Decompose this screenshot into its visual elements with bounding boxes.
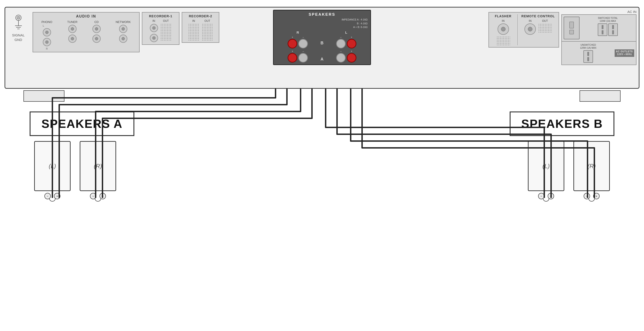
recorder1-out-label: OUT — [163, 19, 169, 22]
a-r-minus: − — [298, 50, 308, 62]
recorder1-io: IN OUT — [144, 19, 177, 42]
recorder1-title: RECORDER-1 — [144, 14, 177, 18]
recorder2-out: OUT — [202, 19, 213, 40]
cd-r-connector — [92, 34, 101, 43]
switched-label: SWITCHED TOTAL120W (1A) MAX — [582, 16, 634, 22]
switched-outlet-2 — [608, 23, 618, 36]
l-label: L — [325, 30, 368, 34]
speaker-a-left-cabinet: (L) − + — [34, 141, 70, 202]
unswitched-section: UNSWITCHED120W (1A) MAX AC OUTLETS120V～6… — [561, 42, 636, 65]
speaker-b-right-cabinet: (R) − + — [574, 141, 610, 202]
b-l-plus: + — [347, 36, 356, 48]
tuner-l-connector — [68, 25, 76, 33]
phono-input: PHONO L R — [42, 20, 52, 50]
b-l-terminals: − + — [325, 36, 368, 48]
unswitched-label: UNSWITCHED120W (1A) MAX — [564, 43, 613, 49]
speaker-a-left-wire-arc — [49, 198, 56, 202]
remote-control-title: REMOTE CONTROL — [520, 14, 557, 18]
flasher-title: FLASHER — [491, 14, 516, 18]
flasher-section: FLASHER IN — [491, 14, 518, 45]
recorder1-in-l — [150, 24, 158, 32]
recorder1-out: OUT — [160, 19, 172, 42]
cd-input: CD — [92, 20, 101, 50]
flasher-in: IN — [491, 19, 516, 35]
a-label: A — [319, 57, 325, 62]
remote-control-section: REMOTE CONTROL IN OUT — [518, 14, 557, 45]
speaker-a-right-box: (R) — [80, 141, 116, 191]
audio-in-title: AUDIO IN — [35, 14, 137, 18]
b-label: B — [319, 41, 325, 45]
wire-b-left-pos — [337, 89, 551, 198]
audio-inputs-row: PHONO L R TUNER — [35, 20, 137, 50]
recorder2-in-label: IN — [192, 19, 195, 22]
switched-section: SWITCHED TOTAL120W (1A) MAX — [582, 16, 634, 39]
speakers-center-panel: SPEAKERS IMPEDANCE A : 4-16Ω B : 4-16Ω A… — [273, 10, 371, 65]
remote-in-connector — [524, 23, 536, 35]
ac-outlets-label: AC OUTLETS120V～60Hz — [614, 49, 634, 57]
ac-section: AC IN SWITCHED TOTAL120W (1A) MAX — [561, 10, 636, 65]
ac-in-label: AC IN — [561, 10, 636, 14]
amp-foot-left — [24, 90, 64, 102]
audio-in-box: AUDIO IN PHONO L R TUNER — [32, 12, 140, 52]
remote-out-dots — [538, 23, 552, 32]
unswitched-outlets-area: UNSWITCHED120W (1A) MAX — [564, 43, 613, 63]
flasher-in-label: IN — [502, 19, 505, 22]
recorder2-title: RECORDER-2 — [184, 14, 217, 18]
signal-gnd-icon — [13, 14, 24, 32]
recorder2-out-label: OUT — [204, 19, 210, 22]
speaker-b-right-box: (R) — [574, 141, 610, 191]
a-l-plus: + — [347, 50, 356, 62]
wire-a-right-pos — [102, 89, 312, 198]
phono-r-connector — [43, 38, 51, 46]
a-r-terminals: + − — [276, 50, 319, 62]
remote-out: OUT — [538, 19, 552, 35]
b-l-minus: − — [336, 36, 346, 48]
main-diagram: SIGNAL GND AUDIO IN PHONO L R — [0, 0, 644, 331]
tuner-r-connector — [68, 34, 76, 43]
unswitched-outlet-1 — [584, 50, 593, 63]
speaker-terminals-grid: R + − + — [276, 30, 368, 62]
b-a-labels: B A — [319, 30, 325, 62]
wire-b-left-neg — [326, 89, 544, 198]
network-r-connector — [119, 34, 127, 43]
b-r-terminals: + − — [276, 36, 319, 48]
speakers-a-title: SPEAKERS A — [37, 117, 126, 131]
speakers-b-box: SPEAKERS B — [510, 111, 614, 136]
terminal-a-l-pos — [347, 53, 356, 62]
terminal-b-r-pos — [288, 39, 297, 48]
remote-io: IN OUT — [520, 19, 557, 35]
svg-point-2 — [18, 17, 19, 18]
r-label: R — [276, 30, 319, 34]
flasher-remote-box: FLASHER IN REMOTE CONTROL IN — [488, 12, 559, 47]
cd-label: CD — [94, 20, 98, 24]
remote-in: IN — [524, 19, 536, 35]
terminal-a-r-pos — [288, 53, 297, 62]
speaker-b-left-cabinet: (L) − + — [528, 141, 564, 202]
speakers-a-box: SPEAKERS A — [30, 111, 134, 136]
recorder1-in-label: IN — [152, 19, 155, 22]
terminal-b-r-neg — [298, 39, 308, 48]
recorder2-in-dots — [188, 23, 200, 40]
switched-outlet-1 — [598, 23, 607, 36]
remote-out-label: OUT — [542, 19, 548, 22]
unswitched-outlets — [564, 50, 613, 63]
flasher-dots — [496, 36, 510, 45]
speaker-a-right-wire-arc — [95, 198, 101, 202]
recorder1-box: RECORDER-1 IN OUT — [142, 12, 180, 45]
speaker-a-right-cabinet: (R) − + — [80, 141, 116, 202]
tuner-input: TUNER — [67, 20, 78, 50]
terminal-a-r-neg — [298, 53, 308, 62]
speaker-b-left-wire-arc — [543, 198, 549, 202]
phono-l-connector — [43, 28, 51, 36]
terminal-b-l-pos — [347, 39, 356, 48]
a-l-terminals: − + — [325, 50, 368, 62]
a-l-minus: − — [336, 50, 346, 62]
flasher-remote-cols: FLASHER IN REMOTE CONTROL IN — [491, 14, 557, 45]
cd-l-connector — [92, 25, 101, 33]
iec-connector — [564, 16, 580, 39]
terminal-a-l-neg — [336, 53, 346, 62]
amp-rear-panel: SIGNAL GND AUDIO IN PHONO L R — [4, 7, 640, 89]
switched-outlets — [582, 23, 634, 36]
recorder2-in: IN — [188, 19, 200, 40]
tuner-label: TUNER — [67, 20, 78, 24]
